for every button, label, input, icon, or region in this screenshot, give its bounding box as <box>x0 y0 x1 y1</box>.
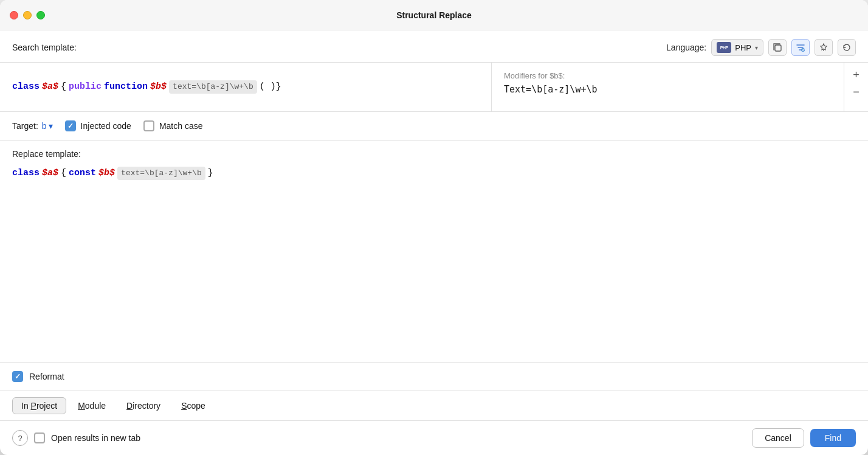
tab-scope-label: Scope <box>181 401 205 411</box>
brace-open: { <box>61 80 66 94</box>
modifiers-panel: Modifiers for $b$: Text=\b[a-z]\w+\b <box>491 63 844 111</box>
search-code-line: class $a$ { public function $b$ text=\b[… <box>12 80 281 94</box>
reformat-checkbox[interactable] <box>12 371 23 382</box>
keyword-function: function <box>104 80 148 94</box>
search-template-header: Search template: Language: PHP PHP ▾ <box>0 30 868 62</box>
remove-modifier-button[interactable]: − <box>849 85 864 99</box>
pin-button[interactable] <box>815 39 833 56</box>
language-dropdown[interactable]: PHP PHP ▾ <box>711 39 763 56</box>
cancel-button[interactable]: Cancel <box>752 428 804 448</box>
history-button[interactable] <box>838 39 856 56</box>
tab-in-project[interactable]: In Project <box>12 397 66 414</box>
replace-template-label: Replace template: <box>12 149 81 159</box>
chevron-down-icon: ▾ <box>755 44 758 51</box>
replace-template-header: Replace template: <box>0 141 868 159</box>
tab-in-project-label: In Project <box>21 401 57 411</box>
target-label: Target: <box>12 121 38 131</box>
match-case-label: Match case <box>159 121 203 131</box>
tab-module[interactable]: Module <box>69 397 115 414</box>
bottom-bar: ? Open results in new tab Cancel Find <box>0 421 868 455</box>
filter-button[interactable] <box>791 39 810 56</box>
modifier-tag-search: text=\b[a-z]\w+\b <box>169 80 257 94</box>
replace-code-line: class $a$ { const $b$ text=\b[a-z]\w+\b … <box>12 166 856 181</box>
keyword-class: class <box>12 80 40 94</box>
injected-code-label: Injected code <box>81 121 131 131</box>
add-modifier-button[interactable]: + <box>849 68 864 82</box>
main-window: Structural Replace Search template: Lang… <box>0 0 868 455</box>
replace-section: Replace template: class $a$ { const $b$ … <box>0 141 868 362</box>
main-content: Search template: Language: PHP PHP ▾ <box>0 30 868 455</box>
traffic-lights <box>10 11 45 19</box>
target-chevron-icon: ▾ <box>49 121 53 131</box>
search-code-panel[interactable]: class $a$ { public function $b$ text=\b[… <box>0 63 491 111</box>
tab-directory[interactable]: Directory <box>117 397 170 414</box>
replace-brace-close: } <box>208 166 213 181</box>
target-dropdown[interactable]: b ▾ <box>42 121 53 131</box>
language-toolbar: Language: PHP PHP ▾ <box>666 39 856 56</box>
sidebar-actions: + − <box>844 63 868 111</box>
keyword-public: public <box>69 80 102 94</box>
maximize-button[interactable] <box>36 11 45 19</box>
svg-point-1 <box>801 48 805 52</box>
replace-keyword-const: const <box>69 166 96 181</box>
tab-scope[interactable]: Scope <box>172 397 215 414</box>
window-title: Structural Replace <box>396 10 472 20</box>
modifiers-title: Modifiers for $b$: <box>504 71 832 80</box>
search-template-area: class $a$ { public function $b$ text=\b[… <box>0 62 868 112</box>
tab-module-label: Module <box>78 401 106 411</box>
var-a: $a$ <box>42 80 58 94</box>
reformat-row: Reformat <box>0 362 868 391</box>
minimize-button[interactable] <box>23 11 32 19</box>
replace-var-b: $b$ <box>98 166 115 181</box>
bottom-left: ? Open results in new tab <box>12 430 140 446</box>
tab-directory-label: Directory <box>126 401 160 411</box>
replace-var-a: $a$ <box>42 166 58 181</box>
var-b: $b$ <box>150 80 167 94</box>
target-value: b <box>42 121 47 131</box>
options-row: Target: b ▾ Injected code Match case <box>0 112 868 141</box>
language-label: Language: <box>666 43 706 52</box>
open-results-checkbox[interactable] <box>34 432 45 443</box>
svg-rect-0 <box>775 45 781 51</box>
open-results-label: Open results in new tab <box>51 433 140 443</box>
find-button[interactable]: Find <box>810 429 856 447</box>
help-button[interactable]: ? <box>12 430 28 446</box>
modifier-tag-replace: text=\b[a-z]\w+\b <box>117 167 205 181</box>
reformat-label: Reformat <box>29 372 64 381</box>
injected-code-checkbox-group[interactable]: Injected code <box>65 120 131 131</box>
bottom-right: Cancel Find <box>752 428 856 448</box>
close-button[interactable] <box>10 11 18 19</box>
copy-template-button[interactable] <box>768 39 787 56</box>
replace-code-panel[interactable]: class $a$ { const $b$ text=\b[a-z]\w+\b … <box>0 159 868 362</box>
modifiers-value: Text=\b[a-z]\w+\b <box>504 84 832 95</box>
scope-tabs: In Project Module Directory Scope <box>0 391 868 421</box>
replace-brace-open: { <box>61 166 66 181</box>
replace-keyword-class: class <box>12 166 40 181</box>
title-bar: Structural Replace <box>0 0 868 30</box>
match-case-checkbox-group[interactable]: Match case <box>143 120 203 131</box>
match-case-checkbox[interactable] <box>143 120 154 131</box>
parens-brace: ( )} <box>260 80 281 94</box>
php-icon: PHP <box>717 42 731 53</box>
injected-code-checkbox[interactable] <box>65 120 76 131</box>
search-template-label: Search template: <box>12 43 77 52</box>
language-name: PHP <box>735 43 751 52</box>
target-group: Target: b ▾ <box>12 121 53 131</box>
